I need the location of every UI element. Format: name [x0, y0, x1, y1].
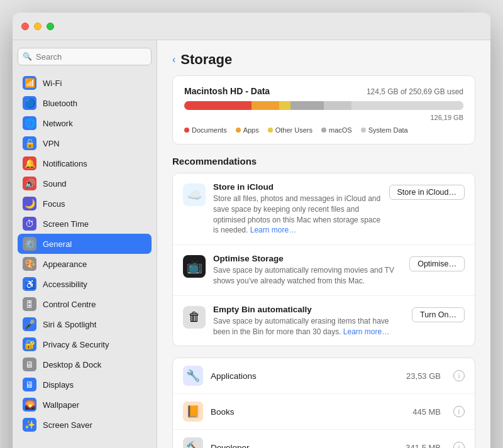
search-container: 🔍	[18, 48, 152, 65]
vpn-icon: 🔒	[23, 136, 36, 150]
legend-dot	[236, 128, 241, 133]
storage-item-name-developer: Developer	[211, 443, 398, 448]
minimize-button[interactable]	[34, 23, 41, 30]
sidebar-item-accessibility[interactable]: ♿Accessibility	[18, 274, 152, 294]
sidebar-item-desktopdock[interactable]: 🖥Desktop & Dock	[18, 354, 152, 374]
sidebar-item-label-privacy: Privacy & Security	[43, 340, 109, 349]
legend-dot	[361, 128, 366, 133]
network-icon: 🌐	[23, 116, 36, 130]
focus-icon: 🌙	[23, 197, 36, 210]
wifi-icon: 📶	[23, 76, 36, 90]
storage-section: Macintosh HD - Data 124,5 GB of 250,69 G…	[172, 75, 475, 145]
sidebar-item-privacy[interactable]: 🔐Privacy & Security	[18, 334, 152, 354]
accessibility-icon: ♿	[23, 277, 36, 291]
rec-learn-more-emptybin[interactable]: Learn more…	[343, 327, 389, 336]
sidebar-item-label-controlcentre: Control Centre	[43, 300, 96, 309]
bluetooth-icon: 🔵	[23, 96, 36, 110]
legend-item-other-users: Other Users	[268, 126, 312, 134]
sidebar-item-appearance[interactable]: 🎨Appearance	[18, 254, 152, 274]
legend-label: Other Users	[275, 126, 312, 134]
storage-item-books: 📙Books445 MBi	[173, 394, 475, 430]
sidebar-item-focus[interactable]: 🌙Focus	[18, 194, 152, 214]
sidebar-item-network[interactable]: 🌐Network	[18, 113, 152, 133]
siri-icon: 🎤	[23, 317, 36, 331]
storage-legend: DocumentsAppsOther UsersmacOSSystem Data	[184, 126, 463, 134]
storage-item-info-developer[interactable]: i	[453, 442, 465, 448]
rec-btn-optimise[interactable]: Optimise…	[409, 256, 465, 271]
rec-btn-icloud[interactable]: Store in iCloud…	[389, 185, 465, 200]
search-input[interactable]	[18, 48, 152, 65]
legend-label: System Data	[368, 126, 408, 134]
rec-learn-more-icloud[interactable]: Learn more…	[250, 226, 296, 234]
rec-action-emptybin: Turn On…	[412, 307, 465, 322]
sidebar-item-label-screensaver: Screen Saver	[43, 420, 92, 430]
bar-segment-documents	[184, 101, 252, 110]
applications-icon: 🔧	[183, 366, 203, 386]
recommendation-item-emptybin: 🗑Empty Bin automaticallySave space by au…	[173, 296, 475, 346]
drive-name: Macintosh HD - Data	[184, 86, 270, 96]
traffic-lights	[21, 23, 54, 30]
titlebar	[13, 13, 490, 40]
storage-item-size-developer: 341,5 MB	[406, 443, 441, 448]
sidebar-item-general[interactable]: ⚙️General	[18, 234, 152, 254]
sidebar-item-sound[interactable]: 🔊Sound	[18, 173, 152, 194]
sidebar-item-vpn[interactable]: 🔒VPN	[18, 133, 152, 153]
sidebar-item-notifications[interactable]: 🔔Notifications	[18, 153, 152, 173]
bar-segment-macos	[290, 101, 324, 110]
close-button[interactable]	[21, 23, 29, 30]
detail-header: ‹ Storage	[157, 40, 490, 75]
storage-items-card: 🔧Applications23,53 GBi📙Books445 MBi🔨Deve…	[172, 358, 475, 448]
sidebar-item-screensaver[interactable]: ✨Screen Saver	[18, 415, 152, 435]
search-icon: 🔍	[23, 52, 32, 61]
sidebar: 🔍 📶Wi-Fi🔵Bluetooth🌐Network🔒VPN🔔Notificat…	[13, 40, 157, 448]
fullscreen-button[interactable]	[47, 23, 54, 30]
storage-item-size-books: 445 MB	[412, 407, 441, 417]
sidebar-item-screentime[interactable]: ⏱Screen Time	[18, 214, 152, 234]
rec-title-icloud: Store in iCloud	[213, 182, 382, 192]
sidebar-item-siri[interactable]: 🎤Siri & Spotlight	[18, 314, 152, 334]
back-button[interactable]: ‹	[172, 54, 175, 65]
rec-btn-emptybin[interactable]: Turn On…	[412, 307, 465, 322]
controlcentre-icon: 🎛	[23, 297, 36, 311]
storage-item-name-books: Books	[211, 407, 405, 417]
sidebar-item-label-wifi: Wi-Fi	[43, 79, 62, 88]
appearance-icon: 🎨	[23, 257, 36, 271]
sidebar-item-label-accessibility: Accessibility	[43, 280, 87, 289]
sidebar-item-wallpaper[interactable]: 🌄Wallpaper	[18, 395, 152, 415]
storage-item-info-books[interactable]: i	[453, 406, 465, 417]
sidebar-item-bluetooth[interactable]: 🔵Bluetooth	[18, 93, 152, 113]
bar-label: 126,19 GB	[184, 114, 463, 121]
legend-dot	[268, 128, 273, 133]
bar-segment-other-users	[279, 101, 290, 110]
sidebar-item-label-network: Network	[43, 119, 73, 128]
rec-title-optimise: Optimise Storage	[213, 254, 402, 263]
main-window: 🔍 📶Wi-Fi🔵Bluetooth🌐Network🔒VPN🔔Notificat…	[13, 13, 490, 448]
sound-icon: 🔊	[23, 177, 36, 190]
displays-icon: 🖥	[23, 378, 36, 391]
emptybin-icon: 🗑	[183, 306, 206, 329]
sidebar-item-label-siri: Siri & Spotlight	[43, 320, 96, 329]
optimise-icon: 📺	[183, 255, 206, 278]
legend-dot	[184, 128, 189, 133]
rec-content-emptybin: Empty Bin automaticallySave space by aut…	[213, 305, 404, 337]
sidebar-item-label-general: General	[43, 239, 72, 249]
sidebar-item-controlcentre[interactable]: 🎛Control Centre	[18, 294, 152, 314]
detail-body: Macintosh HD - Data 124,5 GB of 250,69 G…	[157, 75, 490, 448]
developer-icon: 🔨	[183, 437, 203, 448]
recommendation-item-icloud: ☁️Store in iCloudStore all files, photos…	[173, 173, 475, 245]
rec-content-optimise: Optimise StorageSave space by automatica…	[213, 254, 402, 287]
wallpaper-icon: 🌄	[23, 398, 36, 412]
rec-content-icloud: Store in iCloudStore all files, photos a…	[213, 182, 382, 236]
bar-segment-apps	[252, 101, 279, 110]
storage-item-info-applications[interactable]: i	[453, 370, 465, 381]
notifications-icon: 🔔	[23, 156, 36, 170]
screentime-icon: ⏱	[23, 217, 36, 231]
sidebar-item-displays[interactable]: 🖥Displays	[18, 374, 152, 395]
sidebar-item-label-desktopdock: Desktop & Dock	[43, 360, 101, 369]
page-title: Storage	[180, 52, 232, 68]
storage-used-text: 124,5 GB of 250,69 GB used	[367, 87, 463, 96]
sidebar-item-wifi[interactable]: 📶Wi-Fi	[18, 73, 152, 93]
recommendation-item-optimise: 📺Optimise StorageSave space by automatic…	[173, 245, 475, 296]
rec-action-icloud: Store in iCloud…	[389, 185, 465, 200]
detail-panel: ‹ Storage Macintosh HD - Data 124,5 GB o…	[157, 40, 490, 448]
